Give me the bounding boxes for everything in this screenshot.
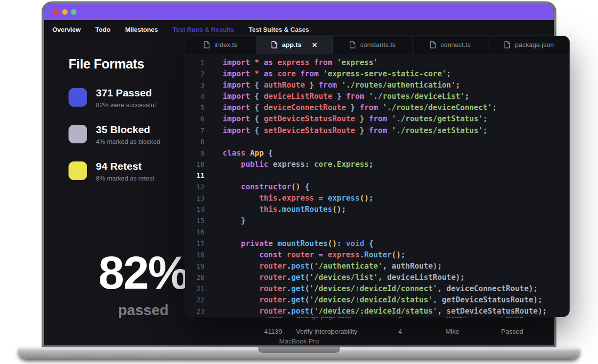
laptop-base [19,347,579,359]
editor-tab-package-json[interactable]: package.json [488,36,570,54]
nav-item-test-runs-results[interactable]: Test Runs & Results [173,26,234,33]
line-number: 5 [185,102,205,114]
code-line: 15 } [185,215,570,227]
code-editor: index.ts app.ts ✕ constants.ts connect.t… [185,36,570,317]
code-line: 9class App { [185,148,570,159]
code-line: 3import { authRoute } from './routes/aut… [185,80,570,91]
tab-label: app.ts [282,41,301,48]
line-number: 1 [185,57,205,68]
stat-blocked-label: 35 Blocked [96,124,161,136]
line-number: 15 [185,215,205,227]
code-line: 4import { deviceListRoute } from './rout… [185,91,570,102]
window-titlebar [44,4,554,20]
line-number: 8 [185,136,205,148]
device-label: MacBook Pro [44,338,554,345]
passed-color-swatch [69,88,87,107]
code-line: 16 [185,227,570,238]
stat-passed: 371 Passed 82% were successful [69,87,156,109]
code-line: 12 constructor() { [185,182,570,193]
stat-passed-description: 82% were successful [96,101,156,109]
line-number: 2 [185,68,205,80]
page-title: File Formats [69,57,144,72]
blocked-color-swatch [69,125,87,143]
stat-retest-description: 8% marked as retest [96,175,154,182]
line-number: 17 [185,238,205,250]
cell-count: 4 [398,328,402,335]
tab-label: package.json [515,41,554,48]
code-line: 23 router.post('/devices/:deviceId/statu… [185,306,570,317]
table-row[interactable]: 41139 Verify interoperability 4 Mike Pas… [44,328,554,336]
line-number: 14 [185,204,205,215]
nav-item-overview[interactable]: Overview [52,26,81,33]
code-line: 1import * as express from 'express' [185,57,570,68]
line-number: 12 [185,182,205,193]
line-number: 21 [185,283,205,295]
code-line: 20 router.get('/devices/list', deviceLis… [185,272,570,283]
tab-label: constants.ts [360,41,395,48]
code-line: 11 [185,170,570,182]
code-line: 17 private mountRoutes(): void { [185,238,570,250]
stat-blocked: 35 Blocked 4% marked as blocked [69,124,161,145]
line-number: 10 [185,159,205,170]
code-line: 19 router.post('/authenticate', authRout… [185,261,570,272]
line-number: 4 [185,91,205,102]
code-line: 21 router.get('/devices/:deviceId/connec… [185,283,570,295]
tab-label: connect.ts [440,41,471,48]
line-number: 22 [185,295,205,306]
line-number: 3 [185,80,205,91]
cell-assignee: Mike [445,328,460,335]
line-number: 18 [185,250,205,261]
editor-tab-connect-ts[interactable]: connect.ts [413,36,488,54]
file-icon [204,41,210,48]
nav-item-test-suites-cases[interactable]: Test Suites & Cases [249,26,309,33]
tab-label: index.ts [214,41,237,48]
line-number: 20 [185,272,205,283]
code-line: 22 router.get('/devices/:deviceId/status… [185,295,570,306]
cell-title: Verify interoperability [296,328,357,335]
stat-retest-label: 94 Retest [96,160,154,172]
code-line: 10 public express: core.Express; [185,159,570,170]
code-line: 14 this.mountRoutes(); [185,204,570,215]
code-line: 8 [185,136,570,148]
traffic-light-close-icon[interactable] [53,9,59,15]
traffic-light-minimize-icon[interactable] [62,9,68,15]
code-line: 13 this.express = express(); [185,193,570,204]
stat-blocked-description: 4% marked as blocked [96,138,161,145]
line-number: 6 [185,114,205,125]
line-number: 16 [185,227,205,238]
line-number: 9 [185,148,205,159]
line-number: 11 [185,170,205,182]
nav-item-milestones[interactable]: Milestones [125,26,158,33]
stat-passed-label: 371 Passed [96,87,156,99]
file-icon [271,41,277,48]
cell-test-id: 41139 [264,328,282,335]
editor-tab-app-ts[interactable]: app.ts ✕ [256,36,333,54]
line-number: 23 [185,306,205,317]
code-line: 7import { setDeviceStatusRoute } from '.… [185,125,570,136]
code-line: 6import { getDeviceStatusRoute } from '.… [185,114,570,125]
file-icon [430,41,436,48]
editor-tab-index-ts[interactable]: index.ts [185,36,256,54]
cell-status: Passed [501,328,523,335]
retest-color-swatch [69,161,87,180]
line-number: 7 [185,125,205,136]
line-number: 13 [185,193,205,204]
editor-tab-bar: index.ts app.ts ✕ constants.ts connect.t… [185,36,570,54]
line-number: 19 [185,261,205,272]
code-line: 2import * as core from 'express-serve-st… [185,68,570,80]
code-line: 5import { deviceConnectRoute } from './r… [185,102,570,114]
file-icon [504,41,510,48]
file-icon [349,41,356,48]
code-line: 18 const router = express.Router(); [185,250,570,261]
code-lines[interactable]: 1import * as express from 'express'2impo… [185,54,570,317]
stat-retest: 94 Retest 8% marked as retest [69,160,154,182]
nav-item-todo[interactable]: Todo [95,26,111,33]
traffic-light-zoom-icon[interactable] [71,9,76,15]
close-tab-icon[interactable]: ✕ [312,41,318,49]
editor-tab-constants-ts[interactable]: constants.ts [333,36,413,54]
lid-notch [258,347,340,353]
